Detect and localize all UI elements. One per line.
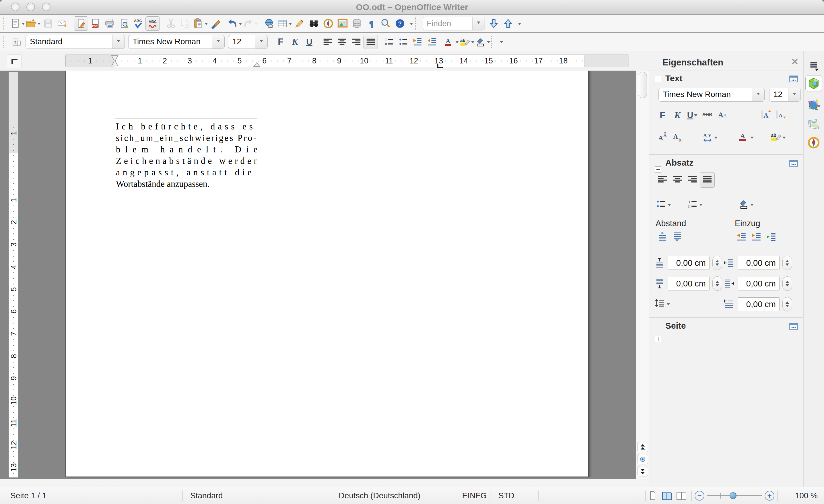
sidebar-menu-button[interactable]	[805, 58, 822, 74]
sidebar-font-size-dropdown[interactable]	[788, 88, 801, 101]
zoom-slider-thumb[interactable]	[730, 492, 736, 499]
sidebar-align-left-button[interactable]	[655, 172, 670, 188]
multi-page-view-button[interactable]	[660, 489, 674, 502]
sidebar-bold-button[interactable]: F	[655, 107, 670, 123]
zoom-out-button[interactable]: −	[695, 491, 704, 501]
page-preview-button[interactable]	[117, 16, 131, 31]
toolbar-overflow-button[interactable]	[497, 35, 505, 49]
find-replace-button[interactable]	[307, 16, 321, 31]
sidebar-font-name-combo[interactable]: Times New Roman	[658, 88, 764, 102]
paste-button[interactable]	[193, 16, 208, 31]
toolbar-handle[interactable]	[3, 36, 7, 48]
export-pdf-button[interactable]: PDF	[88, 16, 102, 31]
sidebar-close-icon[interactable]: ✕	[791, 56, 799, 67]
toolbar-overflow-button[interactable]	[407, 16, 415, 31]
text-frame[interactable]: Ich befürchte, dass essich_um_ein_schwie…	[115, 118, 258, 477]
subscript-button[interactable]: AA	[670, 130, 685, 145]
collapse-paragraph-section[interactable]	[655, 167, 661, 173]
find-input[interactable]	[423, 17, 472, 30]
sidebar-tab-styles[interactable]	[805, 96, 822, 113]
navigator-button[interactable]	[321, 16, 335, 31]
align-right-button[interactable]	[349, 35, 364, 49]
below-paragraph-spacing-field[interactable]: 0,00 cm	[667, 277, 710, 290]
tab-stop-type-selector[interactable]	[7, 55, 22, 68]
sidebar-align-right-button[interactable]	[685, 172, 700, 188]
page-style-status[interactable]: Standard	[183, 491, 301, 500]
sidebar-align-center-button[interactable]	[670, 172, 685, 188]
paragraph-style-combo[interactable]: Standard	[25, 35, 125, 49]
align-left-button[interactable]	[320, 35, 335, 49]
after-text-indent-field[interactable]: 0,00 cm	[738, 277, 780, 290]
numbered-list-button[interactable]: III	[382, 35, 396, 49]
shrink-font-button[interactable]: A	[774, 107, 789, 123]
above-spacing-spinner[interactable]	[712, 256, 722, 270]
sidebar-align-justify-button[interactable]	[700, 172, 715, 188]
decrease-paragraph-spacing-button[interactable]	[670, 230, 685, 245]
superscript-button[interactable]: AA	[655, 130, 670, 145]
find-up-button[interactable]	[501, 16, 515, 31]
character-spacing-button[interactable]: AV	[702, 130, 718, 145]
before-text-indent-field[interactable]: 0,00 cm	[738, 256, 780, 270]
toolbar-overflow-button[interactable]	[515, 16, 523, 31]
document-line[interactable]: blem handelt. Die	[116, 144, 257, 155]
navigation-dot-button[interactable]	[637, 454, 648, 465]
document-canvas[interactable]: Ich befürchte, dass essich_um_ein_schwie…	[18, 71, 636, 479]
styles-panel-button[interactable]: ¶	[9, 35, 24, 49]
decrease-indent-button[interactable]	[411, 35, 425, 49]
scrollbar-thumb[interactable]	[638, 72, 647, 98]
open-button[interactable]	[25, 16, 41, 31]
formatting-marks-button[interactable]: ¶	[364, 16, 379, 31]
sidebar-underline-button[interactable]: U	[685, 107, 700, 123]
italic-button[interactable]: K	[288, 35, 302, 49]
data-sources-button[interactable]	[350, 16, 364, 31]
email-button[interactable]	[56, 16, 70, 31]
zoom-in-button[interactable]: +	[764, 491, 775, 501]
vertical-ruler[interactable]: 11234567891011121314	[9, 72, 18, 478]
selection-mode-status[interactable]: STD	[491, 491, 522, 500]
zoom-slider[interactable]	[707, 491, 762, 501]
font-size-dropdown[interactable]	[255, 35, 268, 48]
toolbar-handle[interactable]	[491, 36, 495, 48]
document-line[interactable]: angepasst, anstatt die	[116, 167, 257, 178]
insert-mode-status[interactable]: EINFG	[458, 491, 491, 500]
paragraph-dialog-launcher-icon[interactable]	[789, 159, 799, 167]
sidebar-numbered-list-button[interactable]: III	[687, 197, 703, 212]
edit-file-button[interactable]	[74, 16, 88, 31]
first-line-indent-marker[interactable]	[111, 55, 119, 67]
line-spacing-button[interactable]	[654, 296, 670, 312]
grow-font-button[interactable]: A	[759, 107, 774, 123]
hanging-indent-button[interactable]	[764, 230, 779, 245]
bullet-list-button[interactable]	[396, 35, 411, 49]
font-color-button[interactable]: A	[443, 35, 459, 49]
document-line[interactable]: Wortabstände anzupassen.	[116, 178, 257, 190]
sidebar-font-size-combo[interactable]: 12	[769, 88, 801, 102]
highlight-button[interactable]: ab	[459, 35, 475, 49]
document-line[interactable]: sich_um_ein_schwieriges Pro-	[116, 132, 257, 144]
below-spacing-spinner[interactable]	[712, 276, 722, 291]
increase-indent-button[interactable]	[425, 35, 439, 49]
sidebar-italic-button[interactable]: K	[670, 107, 685, 123]
background-color-button[interactable]	[475, 35, 491, 49]
first-line-indent-spinner[interactable]	[783, 297, 792, 311]
after-indent-spinner[interactable]	[783, 276, 792, 291]
paragraph-background-button[interactable]	[738, 197, 754, 212]
page-count-status[interactable]: Seite 1 / 1	[0, 491, 183, 500]
right-indent-marker[interactable]	[253, 62, 261, 67]
toolbar-handle[interactable]	[415, 17, 419, 29]
document-line[interactable]: Ich befürchte, dass es	[116, 121, 257, 132]
find-input-combo[interactable]	[423, 17, 485, 30]
font-size-combo[interactable]: 12	[228, 35, 268, 49]
zoom-button[interactable]	[379, 16, 393, 31]
document-page[interactable]: Ich befürchte, dass essich_um_ein_schwie…	[66, 71, 589, 477]
sidebar-font-name-dropdown[interactable]	[752, 88, 764, 101]
underline-button[interactable]: U	[302, 35, 316, 49]
previous-page-button[interactable]	[637, 442, 648, 452]
table-button[interactable]	[277, 16, 292, 31]
vertical-scrollbar[interactable]	[636, 71, 649, 479]
new-document-button[interactable]	[9, 16, 25, 31]
sidebar-decrease-indent-button[interactable]	[749, 230, 764, 245]
above-paragraph-spacing-field[interactable]: 0,00 cm	[667, 256, 710, 270]
sidebar-bullet-list-button[interactable]	[655, 197, 672, 212]
language-status[interactable]: Deutsch (Deutschland)	[301, 491, 458, 500]
align-justify-button[interactable]	[364, 35, 378, 49]
